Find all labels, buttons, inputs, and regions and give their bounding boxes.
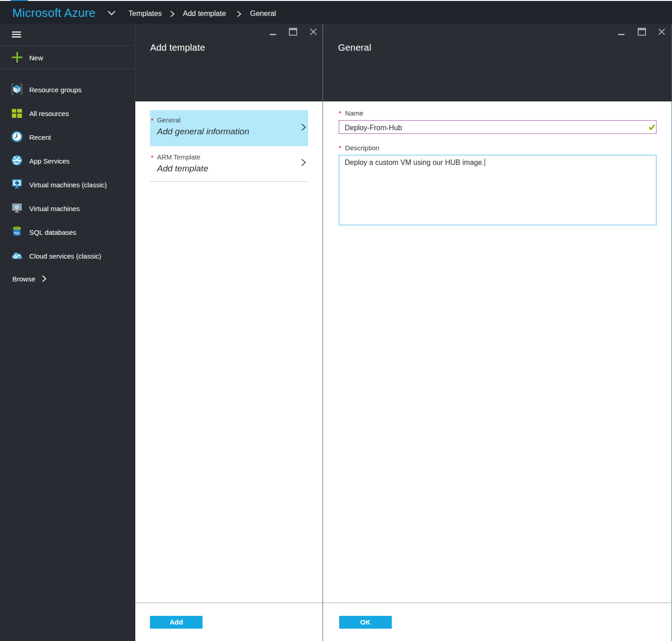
svg-text:SQL: SQL	[14, 231, 20, 235]
